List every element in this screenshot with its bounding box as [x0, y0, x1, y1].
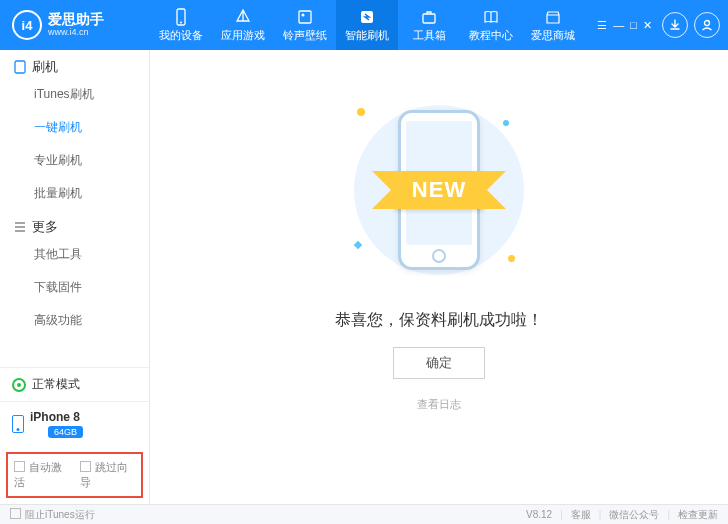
status-bar: 阻止iTunes运行 V8.12 | 客服 | 微信公众号 | 检查更新	[0, 504, 728, 524]
sidebar-section-more: 更多	[0, 210, 149, 238]
section-title: 刷机	[32, 58, 58, 76]
view-log-link[interactable]: 查看日志	[417, 397, 461, 412]
sidebar-item-batch-flash[interactable]: 批量刷机	[0, 177, 149, 210]
mode-label: 正常模式	[32, 376, 80, 393]
nav-ringtone-wallpaper[interactable]: 铃声壁纸	[274, 0, 336, 50]
success-illustration: NEW	[329, 90, 549, 290]
svg-point-6	[705, 21, 710, 26]
media-icon	[296, 8, 314, 26]
main-nav: 我的设备 应用游戏 铃声壁纸 智能刷机 工具箱 教程中心 爱思商城	[150, 0, 584, 50]
header-right: ☰ — □ ✕	[597, 12, 728, 38]
close-icon[interactable]: ✕	[643, 19, 652, 32]
logo-icon: i4	[12, 10, 42, 40]
success-message: 恭喜您，保资料刷机成功啦！	[335, 310, 543, 331]
download-button[interactable]	[662, 12, 688, 38]
book-icon	[482, 8, 500, 26]
nav-store[interactable]: 爱思商城	[522, 0, 584, 50]
app-header: i4 爱思助手 www.i4.cn 我的设备 应用游戏 铃声壁纸 智能刷机 工具…	[0, 0, 728, 50]
storage-badge: 64GB	[48, 426, 83, 438]
auto-activate-checkbox[interactable]: 自动激活	[14, 460, 70, 490]
nav-label: 铃声壁纸	[283, 28, 327, 43]
device-info[interactable]: iPhone 8 64GB	[0, 401, 149, 446]
svg-point-1	[180, 21, 182, 23]
svg-rect-5	[423, 14, 435, 23]
nav-label: 我的设备	[159, 28, 203, 43]
svg-rect-7	[15, 61, 25, 73]
support-link[interactable]: 客服	[571, 508, 591, 522]
sidebar: 刷机 iTunes刷机 一键刷机 专业刷机 批量刷机 更多 其他工具 下载固件 …	[0, 50, 150, 504]
toolbox-icon	[420, 8, 438, 26]
status-dot-icon	[12, 378, 26, 392]
sidebar-section-flash: 刷机	[0, 50, 149, 78]
window-controls: ☰ — □ ✕	[597, 19, 652, 32]
new-ribbon: NEW	[394, 171, 484, 209]
nav-label: 工具箱	[413, 28, 446, 43]
nav-smart-flash[interactable]: 智能刷机	[336, 0, 398, 50]
skip-guide-checkbox[interactable]: 跳过向导	[80, 460, 136, 490]
version-label: V8.12	[526, 509, 552, 520]
nav-my-device[interactable]: 我的设备	[150, 0, 212, 50]
sidebar-item-pro-flash[interactable]: 专业刷机	[0, 144, 149, 177]
sidebar-item-itunes-flash[interactable]: iTunes刷机	[0, 78, 149, 111]
menu-icon[interactable]: ☰	[597, 19, 607, 32]
wechat-link[interactable]: 微信公众号	[609, 508, 659, 522]
section-title: 更多	[32, 218, 58, 236]
flash-icon	[358, 8, 376, 26]
nav-apps-games[interactable]: 应用游戏	[212, 0, 274, 50]
nav-label: 教程中心	[469, 28, 513, 43]
nav-label: 爱思商城	[531, 28, 575, 43]
logo: i4 爱思助手 www.i4.cn	[0, 10, 150, 40]
device-mode[interactable]: 正常模式	[0, 367, 149, 401]
block-itunes-checkbox[interactable]: 阻止iTunes运行	[10, 508, 95, 522]
nav-toolbox[interactable]: 工具箱	[398, 0, 460, 50]
svg-rect-2	[299, 11, 311, 23]
options-box: 自动激活 跳过向导	[6, 452, 143, 498]
main-content: NEW 恭喜您，保资料刷机成功啦！ 确定 查看日志	[150, 50, 728, 504]
sidebar-item-download-firmware[interactable]: 下载固件	[0, 271, 149, 304]
nav-tutorials[interactable]: 教程中心	[460, 0, 522, 50]
apps-icon	[234, 8, 252, 26]
phone-icon	[12, 415, 24, 433]
svg-point-3	[302, 13, 305, 16]
logo-title: 爱思助手	[48, 12, 104, 27]
maximize-icon[interactable]: □	[630, 19, 637, 32]
minimize-icon[interactable]: —	[613, 19, 624, 32]
nav-label: 应用游戏	[221, 28, 265, 43]
nav-label: 智能刷机	[345, 28, 389, 43]
list-icon	[14, 221, 26, 233]
sidebar-item-advanced[interactable]: 高级功能	[0, 304, 149, 337]
phone-icon	[14, 60, 26, 74]
device-name: iPhone 8	[30, 410, 83, 424]
ok-button[interactable]: 确定	[393, 347, 485, 379]
sidebar-item-other-tools[interactable]: 其他工具	[0, 238, 149, 271]
store-icon	[544, 8, 562, 26]
sidebar-item-one-click-flash[interactable]: 一键刷机	[0, 111, 149, 144]
check-update-link[interactable]: 检查更新	[678, 508, 718, 522]
user-button[interactable]	[694, 12, 720, 38]
phone-icon	[172, 8, 190, 26]
logo-subtitle: www.i4.cn	[48, 28, 104, 38]
